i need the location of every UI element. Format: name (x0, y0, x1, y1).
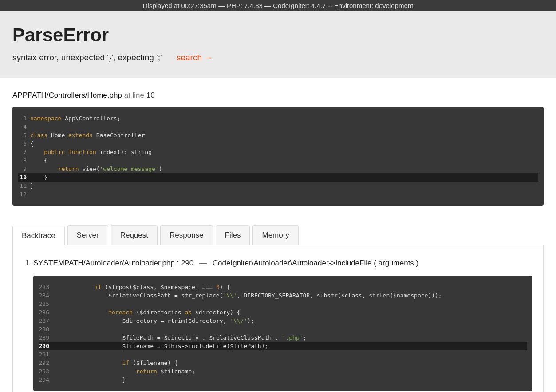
code-content: { (30, 156, 538, 165)
trace-call-close: ) (416, 259, 419, 267)
trace-code-box: 283 if (strpos($class, $namespace) === 0… (33, 276, 532, 391)
code-line: 10 } (18, 173, 538, 182)
code-content: } (53, 376, 527, 384)
line-number: 294 (39, 376, 53, 384)
line-number: 6 (18, 139, 30, 148)
line-number: 11 (18, 182, 30, 190)
trace-separator: — (196, 259, 210, 267)
code-line: 286 foreach ($directories as $directory)… (39, 308, 527, 317)
code-content: $filePath = $directory . $relativeClassP… (53, 333, 527, 342)
line-number: 4 (18, 123, 30, 131)
line-number: 291 (39, 350, 53, 359)
code-line: 7 public function index(): string (18, 148, 538, 156)
code-content: $relativeClassPath = str_replace('\\', D… (53, 291, 527, 300)
tab-server[interactable]: Server (67, 225, 108, 245)
line-number: 289 (39, 333, 53, 342)
code-content: public function index(): string (30, 148, 538, 156)
code-content: return $filename; (53, 367, 527, 376)
line-number: 288 (39, 325, 53, 333)
tab-content: SYSTEMPATH/Autoloader/Autoloader.php : 2… (12, 245, 544, 392)
error-header: ParseError syntax error, unexpected '}',… (0, 11, 556, 78)
code-content: namespace App\Controllers; (30, 114, 538, 123)
code-line: 3namespace App\Controllers; (18, 114, 538, 123)
main-container: APPPATH/Controllers/Home.php at line 10 … (0, 78, 556, 392)
code-content: return view('welcome_message') (30, 165, 538, 173)
code-line: 287 $directory = rtrim($directory, '\\/'… (39, 317, 527, 325)
code-content: class Home extends BaseController (30, 131, 538, 139)
code-content: if ($filename) { (53, 359, 527, 367)
line-number: 293 (39, 367, 53, 376)
code-line: 11} (18, 182, 538, 190)
trace-file: SYSTEMPATH/Autoloader/Autoloader.php : 2… (33, 259, 193, 267)
status-bar: Displayed at 00:27:35am — PHP: 7.4.33 — … (0, 0, 556, 11)
line-number: 5 (18, 131, 30, 139)
code-content: } (30, 173, 538, 182)
tab-backtrace[interactable]: Backtrace (12, 226, 65, 245)
search-link[interactable]: search → (177, 53, 213, 62)
line-number: 7 (18, 148, 30, 156)
source-path: APPPATH/Controllers/Home.php (12, 91, 122, 99)
at-line-text: at line (122, 91, 146, 99)
line-number: 283 (39, 283, 53, 291)
code-line: 284 $relativeClassPath = str_replace('\\… (39, 291, 527, 300)
code-line: 291 (39, 350, 527, 359)
code-content: { (30, 139, 538, 148)
code-content: $directory = rtrim($directory, '\\/'); (53, 317, 527, 325)
source-line-number: 10 (146, 91, 155, 99)
error-title: ParseError (12, 24, 544, 46)
code-line: 285 (39, 300, 527, 308)
tab-memory[interactable]: Memory (252, 225, 298, 245)
source-file-line: APPPATH/Controllers/Home.php at line 10 (12, 91, 544, 100)
line-number: 8 (18, 156, 30, 165)
code-content (53, 325, 527, 333)
code-line: 12 (18, 190, 538, 198)
trace-call: CodeIgniter\Autoloader\Autoloader->inclu… (213, 259, 376, 267)
code-line: 288 (39, 325, 527, 333)
code-line: 4 (18, 123, 538, 131)
tab-request[interactable]: Request (111, 225, 158, 245)
source-code-box: 3namespace App\Controllers;4 5class Home… (12, 107, 544, 206)
line-number: 287 (39, 317, 53, 325)
code-line: 290 $filename = $this->includeFile($file… (39, 342, 527, 350)
code-content (53, 300, 527, 308)
tab-response[interactable]: Response (160, 225, 213, 245)
code-content (53, 350, 527, 359)
code-line: 8 { (18, 156, 538, 165)
line-number: 290 (39, 342, 53, 350)
line-number: 9 (18, 165, 30, 173)
code-content: $filename = $this->includeFile($filePath… (53, 342, 527, 350)
code-content: foreach ($directories as $directory) { (53, 308, 527, 317)
arguments-toggle[interactable]: arguments (379, 259, 414, 267)
line-number: 286 (39, 308, 53, 317)
code-line: 6{ (18, 139, 538, 148)
code-content (30, 123, 538, 131)
line-number: 12 (18, 190, 30, 198)
tab-files[interactable]: Files (216, 225, 250, 245)
line-number: 3 (18, 114, 30, 123)
code-content: if (strpos($class, $namespace) === 0) { (53, 283, 527, 291)
backtrace-item: SYSTEMPATH/Autoloader/Autoloader.php : 2… (33, 259, 532, 391)
tabs-bar: BacktraceServerRequestResponseFilesMemor… (12, 225, 544, 245)
line-number: 292 (39, 359, 53, 367)
code-line: 5class Home extends BaseController (18, 131, 538, 139)
code-line: 283 if (strpos($class, $namespace) === 0… (39, 283, 527, 291)
code-line: 292 if ($filename) { (39, 359, 527, 367)
code-line: 289 $filePath = $directory . $relativeCl… (39, 333, 527, 342)
error-message: syntax error, unexpected '}', expecting … (12, 53, 162, 62)
code-content: } (30, 182, 538, 190)
code-line: 294 } (39, 376, 527, 384)
line-number: 10 (18, 173, 30, 182)
code-content (30, 190, 538, 198)
line-number: 285 (39, 300, 53, 308)
code-line: 9 return view('welcome_message') (18, 165, 538, 173)
code-line: 293 return $filename; (39, 367, 527, 376)
line-number: 284 (39, 291, 53, 300)
